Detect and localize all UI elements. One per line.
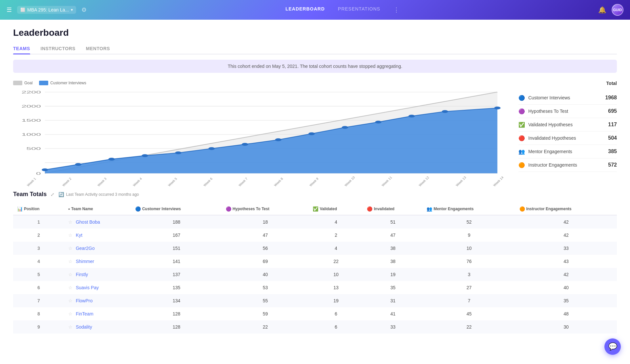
cell-invalidated: 35 [363, 281, 423, 294]
tab-instructors[interactable]: INSTRUCTORS [41, 43, 75, 54]
course-title: MBA 295: Lean La... [27, 7, 69, 12]
cell-mentor: 7 [423, 294, 515, 307]
cell-position: 8 [13, 307, 64, 320]
chart-legend: Goal Customer Interviews [13, 81, 505, 85]
stats-rows: 🔵 Customer Interviews 1968 🟣 Hypotheses … [518, 91, 617, 172]
cell-instructor: 30 [515, 320, 617, 334]
cell-team-name: ☆ Firstly [64, 268, 131, 281]
cohort-ended-banner: This cohort ended on May 5, 2021. The to… [13, 60, 617, 73]
cell-htt: 59 [222, 307, 309, 320]
tab-mentors[interactable]: MENTORS [86, 43, 110, 54]
settings-icon[interactable]: ⚙ [81, 6, 87, 13]
nav-link-presentations[interactable]: PRESENTATIONS [338, 6, 380, 13]
svg-point-26 [375, 121, 381, 124]
cell-htt: 55 [222, 294, 309, 307]
team-name-link[interactable]: Suavis Pay [76, 285, 99, 290]
svg-point-27 [409, 115, 415, 118]
cell-instructor: 35 [515, 294, 617, 307]
stat-icon: 👥 [518, 148, 525, 155]
area-chart: 2200 2000 1500 1000 500 0 [13, 89, 505, 180]
col-header-ci: 🔵 Customer Interviews [131, 203, 222, 215]
user-avatar[interactable]: GUID [612, 4, 623, 16]
cell-validated: 10 [309, 268, 363, 281]
svg-point-24 [308, 132, 315, 135]
team-name-link[interactable]: Ghost Boba [76, 219, 100, 225]
team-totals-title: Team Totals [13, 191, 47, 198]
table-row: 2 ☆ Kyt 167 47 2 47 9 42 [13, 229, 617, 242]
table-row: 3 ☆ Gear2Go 151 56 4 38 10 33 [13, 242, 617, 255]
htt-col-icon: 🟣 [226, 206, 231, 212]
table-row: 1 ☆ Ghost Boba 188 18 4 51 52 42 [13, 215, 617, 229]
team-name-link[interactable]: Shimmer [76, 259, 94, 264]
cell-team-name: ☆ Suavis Pay [64, 281, 131, 294]
stat-icon: 🟠 [518, 162, 525, 168]
legend-ci: Customer Interviews [39, 81, 86, 85]
leaderboard-table: 📊 Position ▪ Team Name 🔵 Customer Interv… [13, 203, 617, 334]
svg-point-28 [442, 110, 448, 113]
tab-teams[interactable]: TEAMS [13, 43, 30, 54]
nav-link-leaderboard[interactable]: LEADERBOARD [285, 6, 325, 13]
cell-htt: 53 [222, 281, 309, 294]
svg-text:1000: 1000 [22, 132, 41, 136]
legend-ci-label: Customer Interviews [50, 81, 86, 85]
svg-point-17 [75, 163, 81, 166]
team-name-col-icon: ▪ [68, 206, 70, 212]
notification-bell-icon[interactable]: 🔔 [598, 6, 606, 14]
team-name-link[interactable]: Sodality [76, 324, 92, 330]
team-name-link[interactable]: Kyt [76, 233, 82, 238]
instructor-col-icon: 🟠 [519, 206, 525, 212]
star-icon[interactable]: ☆ [68, 272, 73, 277]
cell-position: 6 [13, 281, 64, 294]
ci-col-icon: 🔵 [135, 206, 141, 212]
course-selector[interactable]: ⬜ MBA 295: Lean La... ▾ [17, 6, 76, 14]
position-col-icon: 📊 [17, 206, 23, 212]
stat-icon: ✅ [518, 121, 525, 128]
stat-value: 385 [608, 149, 617, 154]
star-icon[interactable]: ☆ [68, 311, 73, 316]
star-icon[interactable]: ☆ [68, 285, 73, 290]
col-header-instructor: 🟠 Instructor Engagements [515, 203, 617, 215]
cell-htt: 40 [222, 268, 309, 281]
nav-more-icon[interactable]: ⋮ [393, 6, 399, 13]
cell-ci: 137 [131, 268, 222, 281]
cell-team-name: ☆ Shimmer [64, 255, 131, 268]
team-name-link[interactable]: FlowPro [76, 298, 93, 303]
mentor-col-icon: 👥 [427, 206, 432, 212]
cell-htt: 56 [222, 242, 309, 255]
cell-validated: 4 [309, 242, 363, 255]
team-name-link[interactable]: Firstly [76, 272, 88, 277]
cell-validated: 6 [309, 320, 363, 334]
legend-goal-box [13, 81, 22, 85]
tab-bar: TEAMS INSTRUCTORS MENTORS [13, 43, 617, 54]
menu-icon[interactable]: ☰ [7, 6, 12, 13]
table-header: 📊 Position ▪ Team Name 🔵 Customer Interv… [13, 203, 617, 215]
cell-instructor: 43 [515, 255, 617, 268]
cell-instructor: 42 [515, 229, 617, 242]
star-icon[interactable]: ☆ [68, 259, 73, 264]
cell-ci: 135 [131, 281, 222, 294]
cell-ci: 167 [131, 229, 222, 242]
legend-goal: Goal [13, 81, 32, 85]
table-body: 1 ☆ Ghost Boba 188 18 4 51 52 42 2 ☆ Kyt… [13, 215, 617, 334]
cell-position: 7 [13, 294, 64, 307]
activity-text: Last Team Activity occurred 3 months ago [66, 192, 139, 197]
chat-button[interactable]: 💬 [604, 338, 621, 355]
col-header-invalidated: 🔴 Invalidated [363, 203, 423, 215]
course-icon: ⬜ [20, 8, 25, 12]
top-navigation: ☰ ⬜ MBA 295: Lean La... ▾ ⚙ LEADERBOARD … [0, 0, 630, 20]
star-icon[interactable]: ☆ [68, 298, 73, 303]
star-icon[interactable]: ☆ [68, 233, 73, 238]
cell-invalidated: 33 [363, 320, 423, 334]
team-totals-header: Team Totals ⤢ 🔄 Last Team Activity occur… [13, 191, 617, 198]
star-icon[interactable]: ☆ [68, 324, 73, 330]
team-name-link[interactable]: Gear2Go [76, 246, 95, 251]
cell-ci: 141 [131, 255, 222, 268]
cell-invalidated: 19 [363, 268, 423, 281]
team-name-link[interactable]: FinTeam [76, 311, 94, 316]
expand-icon[interactable]: ⤢ [51, 192, 54, 197]
col-header-position: 📊 Position [13, 203, 64, 215]
star-icon[interactable]: ☆ [68, 246, 73, 251]
star-icon[interactable]: ☆ [68, 219, 73, 225]
svg-point-22 [242, 143, 248, 146]
cell-mentor: 9 [423, 229, 515, 242]
